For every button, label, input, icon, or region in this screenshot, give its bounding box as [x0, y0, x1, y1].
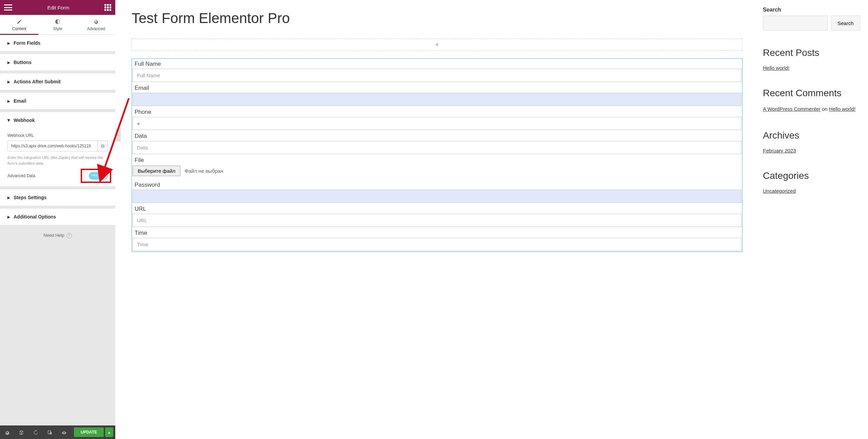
- tab-style[interactable]: Style: [38, 15, 77, 35]
- section-form-fields[interactable]: ▶Form Fields: [0, 35, 115, 51]
- section-steps-settings[interactable]: ▶Steps Settings: [0, 189, 115, 206]
- categories-list: Uncategorized: [763, 188, 859, 194]
- field-input[interactable]: [133, 238, 742, 251]
- panel-collapse-handle[interactable]: ‹: [115, 129, 121, 142]
- field-input[interactable]: [133, 93, 742, 106]
- pencil-icon: [0, 19, 38, 24]
- on-text: on: [821, 106, 829, 112]
- field-label: Password: [132, 180, 742, 190]
- responsive-icon[interactable]: [43, 429, 57, 435]
- comment-post-link[interactable]: Hello world!: [829, 106, 855, 112]
- webhook-url-label: Webhook URL: [7, 133, 108, 138]
- sidebar-header: Edit Form: [0, 0, 115, 15]
- section-label: Form Fields: [14, 40, 40, 46]
- panel-tabs: Content Style Advanced: [0, 15, 115, 35]
- toggle-on-text: YES: [92, 174, 98, 177]
- field-label: File: [132, 155, 742, 165]
- recent-posts-list: Hello world!: [763, 65, 859, 71]
- add-section-button[interactable]: +: [132, 39, 743, 51]
- tab-advanced-label: Advanced: [87, 26, 105, 31]
- page-title: Test Form Elementor Pro: [132, 10, 743, 26]
- settings-icon[interactable]: [0, 429, 14, 435]
- contrast-icon: [38, 19, 77, 24]
- panel-sections: ▶Form Fields ▶Buttons ▶Actions After Sub…: [0, 35, 115, 425]
- tab-advanced[interactable]: Advanced: [77, 15, 115, 35]
- preview-area: Test Form Elementor Pro + Full NameEmail…: [115, 0, 763, 439]
- tab-content[interactable]: Content: [0, 15, 38, 35]
- section-label: Steps Settings: [14, 195, 46, 200]
- apps-icon[interactable]: [104, 4, 111, 11]
- preview-icon[interactable]: [57, 429, 71, 435]
- recent-post-link[interactable]: Hello world!: [763, 65, 789, 71]
- search-button[interactable]: Search: [831, 16, 860, 30]
- help-icon: ?: [66, 233, 72, 238]
- field-input[interactable]: [133, 69, 742, 82]
- section-label: Actions After Submit: [14, 79, 61, 84]
- field-input[interactable]: [133, 190, 742, 203]
- commenter-link[interactable]: A WordPress Commenter: [763, 106, 821, 112]
- categories-title: Categories: [763, 170, 859, 181]
- field-label: URL: [132, 204, 742, 214]
- section-webhook[interactable]: ▶Webhook: [0, 112, 115, 128]
- search-label: Search: [763, 7, 859, 13]
- advanced-data-label: Advanced Data: [7, 173, 35, 178]
- field-label: Full Name: [132, 59, 742, 69]
- field-label: Phone: [132, 107, 742, 117]
- dynamic-tags-button[interactable]: [98, 141, 108, 151]
- need-help-link[interactable]: Need Help?: [0, 228, 115, 243]
- section-label: Webhook: [14, 118, 35, 123]
- archive-link[interactable]: February 2023: [763, 148, 796, 153]
- field-label: Data: [132, 131, 742, 141]
- elementor-sidebar: Edit Form Content Style Advanced ▶Form F…: [0, 0, 115, 439]
- field-input[interactable]: [133, 214, 742, 227]
- history-icon[interactable]: [28, 429, 43, 435]
- svg-rect-3: [50, 432, 52, 435]
- webhook-body: Webhook URL Enter the integration URL (l…: [0, 128, 115, 186]
- recent-posts-title: Recent Posts: [763, 47, 859, 58]
- recent-comments-title: Recent Comments: [763, 88, 859, 99]
- section-label: Buttons: [14, 60, 32, 65]
- wp-sidebar: Search Search Recent Posts Hello world! …: [763, 0, 868, 439]
- section-label: Email: [14, 98, 26, 104]
- section-additional-options[interactable]: ▶Additional Options: [0, 209, 115, 225]
- section-email[interactable]: ▶Email: [0, 93, 115, 109]
- svg-point-1: [101, 145, 104, 146]
- plus-icon: +: [435, 41, 439, 49]
- field-label: Time: [132, 228, 742, 238]
- navigator-icon[interactable]: [14, 429, 28, 435]
- file-choose-button[interactable]: Выберите файл: [133, 166, 180, 176]
- sidebar-footer: UPDATE ▲: [0, 425, 115, 439]
- advanced-data-toggle[interactable]: YES: [89, 172, 108, 180]
- tab-style-label: Style: [53, 26, 62, 31]
- webhook-helper-text: Enter the integration URL (like Zapier) …: [7, 155, 108, 166]
- archives-title: Archives: [763, 130, 859, 141]
- webhook-url-input[interactable]: [7, 141, 98, 151]
- field-input[interactable]: [133, 141, 742, 154]
- section-label: Additional Options: [14, 214, 56, 220]
- update-dropdown[interactable]: ▲: [105, 427, 113, 437]
- form-widget[interactable]: Full NameEmailPhoneDataFileВыберите файл…: [132, 58, 743, 252]
- section-buttons[interactable]: ▶Buttons: [0, 54, 115, 70]
- field-label: Email: [132, 83, 742, 93]
- update-button[interactable]: UPDATE: [74, 427, 104, 437]
- file-status-text: Файл не выбран: [184, 168, 223, 174]
- search-input[interactable]: [763, 16, 828, 30]
- database-icon: [101, 143, 105, 149]
- menu-icon[interactable]: [4, 4, 12, 11]
- sidebar-title: Edit Form: [47, 5, 69, 11]
- archives-list: February 2023: [763, 148, 859, 153]
- recent-comments-list: A WordPress Commenter on Hello world!: [763, 105, 859, 113]
- category-link[interactable]: Uncategorized: [763, 188, 796, 194]
- field-input[interactable]: [133, 117, 742, 130]
- tab-content-label: Content: [12, 26, 26, 31]
- section-actions-after-submit[interactable]: ▶Actions After Submit: [0, 74, 115, 90]
- gear-icon: [77, 19, 115, 24]
